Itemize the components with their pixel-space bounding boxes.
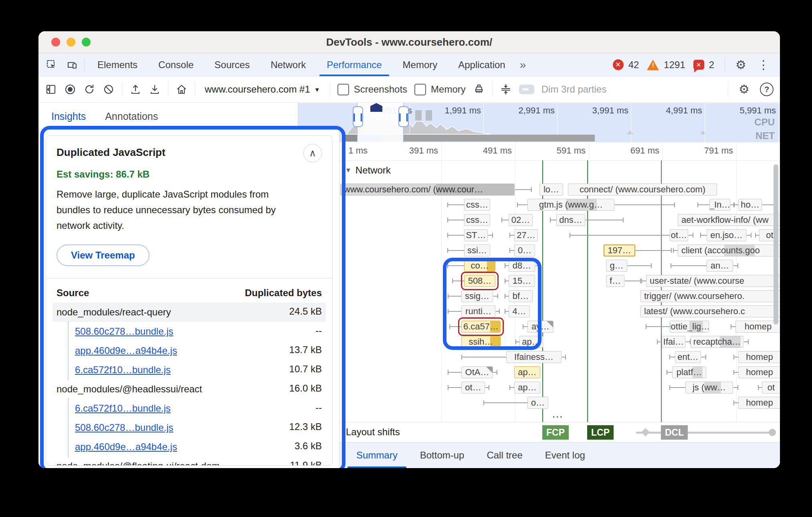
network-request-bar[interactable]: Ifainess… bbox=[506, 351, 562, 363]
network-request-bar[interactable]: runti… bbox=[461, 305, 495, 317]
network-request-bar[interactable]: co… bbox=[464, 260, 495, 272]
home-icon[interactable] bbox=[176, 83, 188, 95]
tab-network[interactable]: Network bbox=[260, 53, 316, 76]
network-request-bar[interactable]: OtA… bbox=[461, 366, 493, 378]
selection-handle-left[interactable]: ❙❙ bbox=[353, 106, 363, 127]
network-request-bar[interactable]: en.jso… bbox=[707, 229, 746, 241]
table-row-script-link[interactable]: app.460d9e…a94b4e.js3.6 kB bbox=[53, 437, 326, 456]
sidebar-tab-insights[interactable]: Insights bbox=[51, 103, 86, 129]
network-request-bar[interactable]: ap… bbox=[514, 382, 540, 394]
network-request-bar[interactable]: css… bbox=[464, 199, 490, 211]
tab-memory[interactable]: Memory bbox=[392, 53, 448, 76]
network-track-header[interactable]: ▼ Network bbox=[345, 165, 391, 176]
garbage-collect-icon[interactable] bbox=[473, 83, 485, 95]
network-request-bar[interactable]: client (accounts.goo bbox=[678, 244, 780, 256]
history-dropdown[interactable]: www.coursehero.com #1 ▼ bbox=[202, 84, 323, 95]
network-request-bar[interactable]: homep bbox=[738, 351, 780, 363]
network-request-bar[interactable]: ay… bbox=[527, 321, 553, 333]
network-request-bar[interactable]: ap… bbox=[519, 336, 543, 348]
table-row-script-link[interactable]: 508.60c278…bundle.js-- bbox=[53, 322, 326, 341]
network-request-bar[interactable]: dns… bbox=[556, 214, 585, 226]
kebab-menu-icon[interactable]: ⋮ bbox=[754, 59, 773, 71]
network-request-bar[interactable]: 27… bbox=[514, 229, 538, 241]
inspect-element-icon[interactable] bbox=[46, 59, 58, 71]
network-request-bar[interactable]: trigger/ (www.coursehero. bbox=[640, 290, 780, 302]
bottom-tab-summary[interactable]: Summary bbox=[345, 442, 409, 468]
network-request-bar[interactable]: recaptcha… bbox=[691, 336, 743, 348]
network-request-bar[interactable]: 0… bbox=[514, 244, 535, 256]
network-request-bar[interactable]: d8… bbox=[509, 260, 535, 272]
network-request-bar[interactable]: 508… bbox=[464, 275, 495, 287]
warning-badge-icon[interactable]: ! bbox=[647, 60, 659, 70]
bottom-tab-bottom-up[interactable]: Bottom-up bbox=[409, 442, 476, 468]
panel-settings-gear-icon[interactable]: ⚙ bbox=[735, 83, 753, 95]
network-request-bar[interactable]: js (ww… bbox=[685, 382, 733, 394]
tab-elements[interactable]: Elements bbox=[87, 53, 148, 76]
network-request-bar[interactable]: 4… bbox=[509, 305, 530, 317]
network-request-bar[interactable]: g… bbox=[606, 260, 627, 272]
collapse-rows-icon[interactable] bbox=[500, 83, 512, 95]
network-request-bar[interactable]: o… bbox=[527, 397, 548, 409]
network-request-bar[interactable]: lottie_lig… bbox=[670, 321, 709, 333]
network-request-bar[interactable]: 6.ca57… bbox=[461, 321, 501, 333]
help-icon[interactable]: ? bbox=[760, 83, 774, 96]
collapsed-rows-ellipsis[interactable]: ⋯ bbox=[552, 410, 564, 423]
network-request-bar[interactable]: aet-workflow-info/ (ww bbox=[678, 214, 780, 226]
script-link[interactable]: 508.60c278…bundle.js bbox=[75, 325, 174, 338]
toggle-sidebar-icon[interactable] bbox=[45, 83, 57, 95]
reload-record-button[interactable] bbox=[83, 83, 95, 95]
collapse-insight-button[interactable]: ∧ bbox=[303, 144, 322, 162]
network-request-bar[interactable]: 02… bbox=[509, 214, 533, 226]
timeline-overview[interactable]: 991s1,991 ms2,991 ms3,991 ms4,991 ms5,99… bbox=[298, 103, 780, 143]
tab-console[interactable]: Console bbox=[148, 53, 204, 76]
script-link[interactable]: 508.60c278…bundle.js bbox=[75, 421, 174, 434]
network-request-bar[interactable]: lo… bbox=[539, 184, 563, 196]
network-request-bar[interactable]: ot… bbox=[461, 382, 485, 394]
tab-performance[interactable]: Performance bbox=[316, 53, 392, 76]
checkbox-box[interactable] bbox=[414, 84, 426, 95]
bottom-tab-call-tree[interactable]: Call tree bbox=[475, 442, 533, 468]
network-request-bar[interactable]: bf… bbox=[509, 290, 533, 302]
screenshots-checkbox[interactable]: Screenshots bbox=[337, 84, 407, 95]
checkbox-box[interactable] bbox=[337, 84, 349, 95]
network-request-bar[interactable]: 15… bbox=[509, 275, 535, 287]
network-request-bar[interactable]: Ifai… bbox=[662, 336, 685, 348]
network-request-bar[interactable]: platf… bbox=[672, 366, 706, 378]
table-row-script-link[interactable]: app.460d9e…a94b4e.js13.7 kB bbox=[53, 341, 326, 360]
tab-application[interactable]: Application bbox=[448, 53, 515, 76]
network-request-bar[interactable]: connect/ (www.coursehero.com) bbox=[568, 184, 717, 196]
upload-profile-icon[interactable] bbox=[129, 83, 141, 95]
script-link[interactable]: app.460d9e…a94b4e.js bbox=[75, 440, 177, 453]
network-request-bar[interactable]: 197… bbox=[604, 244, 635, 256]
network-request-bar[interactable]: ap… bbox=[514, 366, 540, 378]
clear-button[interactable] bbox=[103, 83, 115, 95]
network-request-bar[interactable]: css… bbox=[464, 214, 490, 226]
tab-sources[interactable]: Sources bbox=[204, 53, 260, 76]
bottom-tab-event-log[interactable]: Event log bbox=[534, 442, 596, 468]
issues-badge-icon[interactable]: ✕ bbox=[693, 60, 704, 70]
more-tabs-button[interactable]: » bbox=[516, 53, 530, 76]
table-row-script-link[interactable]: 6.ca572f10…bundle.js-- bbox=[53, 399, 326, 418]
network-request-bar[interactable]: ssih… bbox=[461, 336, 501, 348]
network-request-bar[interactable]: f… bbox=[606, 275, 624, 287]
network-request-bar[interactable]: ssi… bbox=[464, 244, 490, 256]
download-profile-icon[interactable] bbox=[149, 83, 161, 95]
vertical-scrollbar[interactable] bbox=[774, 164, 778, 325]
network-request-bar[interactable]: ssig… bbox=[461, 290, 493, 302]
table-row-script-link[interactable]: 508.60c278…bundle.js12.3 kB bbox=[53, 418, 326, 437]
network-request-bar[interactable]: an… bbox=[707, 260, 733, 272]
network-request-bar[interactable]: latest/ (www.coursehero.c bbox=[640, 305, 780, 317]
network-request-bar[interactable]: ST… bbox=[464, 229, 488, 241]
selection-handle-right[interactable]: ❙❙ bbox=[398, 106, 409, 127]
device-toolbar-icon[interactable] bbox=[66, 59, 78, 71]
network-request-bar[interactable]: homep bbox=[738, 366, 780, 378]
network-request-bar[interactable]: user-state/ (www.course bbox=[646, 275, 780, 287]
dim-3rd-parties-toggle[interactable] bbox=[519, 85, 534, 94]
network-request-bar[interactable]: ent… bbox=[675, 351, 701, 363]
network-request-bar[interactable]: _In… bbox=[709, 199, 730, 211]
script-link[interactable]: 6.ca572f10…bundle.js bbox=[75, 402, 171, 415]
view-treemap-button[interactable]: View Treemap bbox=[57, 244, 149, 266]
network-request-bar[interactable]: www.coursehero.com/ (www.cour… bbox=[340, 184, 515, 196]
sidebar-tab-annotations[interactable]: Annotations bbox=[105, 103, 158, 129]
error-badge-icon[interactable]: ✕ bbox=[613, 59, 624, 70]
